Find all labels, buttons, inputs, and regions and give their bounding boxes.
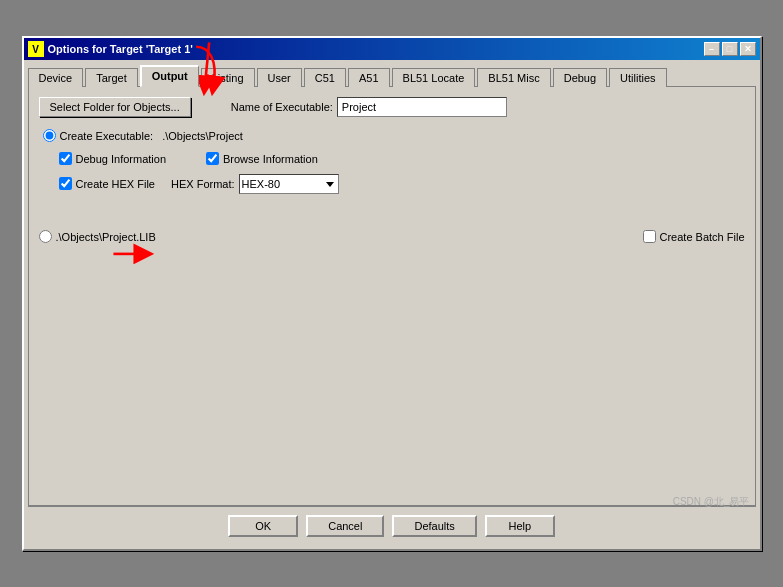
cancel-button[interactable]: Cancel (306, 515, 384, 537)
options-window: V Options for Target 'Target 1' – □ ✕ De… (22, 36, 762, 551)
output-tab-content: Select Folder for Objects... Name of Exe… (28, 86, 756, 506)
tab-device[interactable]: Device (28, 68, 84, 87)
defaults-button[interactable]: Defaults (392, 515, 476, 537)
bottom-button-bar: OK Cancel Defaults Help (28, 506, 756, 545)
tab-output[interactable]: Output (140, 65, 199, 87)
minimize-button[interactable]: – (704, 42, 720, 56)
watermark: CSDN @北_易平 (673, 495, 750, 509)
window-icon: V (28, 41, 44, 57)
title-buttons: – □ ✕ (704, 42, 756, 56)
close-button[interactable]: ✕ (740, 42, 756, 56)
browse-info-label: Browse Information (223, 153, 318, 165)
tab-debug[interactable]: Debug (553, 68, 607, 87)
create-batch-label: Create Batch File (660, 231, 745, 243)
lib-radio[interactable] (39, 230, 52, 243)
debug-browse-row: Debug Information Browse Information (59, 148, 745, 169)
select-folder-button[interactable]: Select Folder for Objects... (39, 97, 191, 117)
tab-target[interactable]: Target (85, 68, 138, 87)
tab-a51[interactable]: A51 (348, 68, 390, 87)
tab-bl51misc[interactable]: BL51 Misc (477, 68, 550, 87)
create-batch-group: Create Batch File (643, 230, 745, 243)
hex-file-row: Create HEX File HEX Format: HEX-80 HEX-3… (59, 173, 745, 194)
tab-user[interactable]: User (257, 68, 302, 87)
window-title: Options for Target 'Target 1' (48, 43, 193, 55)
title-bar: V Options for Target 'Target 1' – □ ✕ (24, 38, 760, 60)
create-executable-row: Create Executable: .\Objects\Project (43, 129, 745, 142)
create-hex-checkbox-row: Create HEX File (59, 177, 155, 190)
debug-info-checkbox[interactable] (59, 152, 72, 165)
create-executable-label: Create Executable: .\Objects\Project (60, 130, 243, 142)
lib-radio-group: .\Objects\Project.LIB (39, 230, 156, 243)
browse-info-checkbox-row: Browse Information (206, 152, 318, 165)
help-button[interactable]: Help (485, 515, 555, 537)
browse-info-checkbox[interactable] (206, 152, 219, 165)
maximize-button[interactable]: □ (722, 42, 738, 56)
title-bar-left: V Options for Target 'Target 1' (28, 41, 193, 57)
tab-bar: Device Target Output Listing User C51 A5… (24, 60, 760, 86)
executable-label: Name of Executable: (231, 101, 333, 113)
create-hex-label: Create HEX File (76, 178, 155, 190)
hex-format-label: HEX Format: (171, 178, 235, 190)
executable-input[interactable] (337, 97, 507, 117)
tab-utilities[interactable]: Utilities (609, 68, 666, 87)
debug-info-label: Debug Information (76, 153, 167, 165)
create-executable-radio[interactable] (43, 129, 56, 142)
create-hex-checkbox[interactable] (59, 177, 72, 190)
lib-batch-row: .\Objects\Project.LIB Create Batch File (39, 230, 745, 243)
tab-bl51locate[interactable]: BL51 Locate (392, 68, 476, 87)
ok-button[interactable]: OK (228, 515, 298, 537)
hex-format-select[interactable]: HEX-80 HEX-386 (239, 174, 339, 194)
tab-c51[interactable]: C51 (304, 68, 346, 87)
lib-label: .\Objects\Project.LIB (56, 231, 156, 243)
tab-listing[interactable]: Listing (201, 68, 255, 87)
create-batch-checkbox[interactable] (643, 230, 656, 243)
debug-info-checkbox-row: Debug Information (59, 152, 167, 165)
folder-executable-row: Select Folder for Objects... Name of Exe… (39, 97, 745, 117)
